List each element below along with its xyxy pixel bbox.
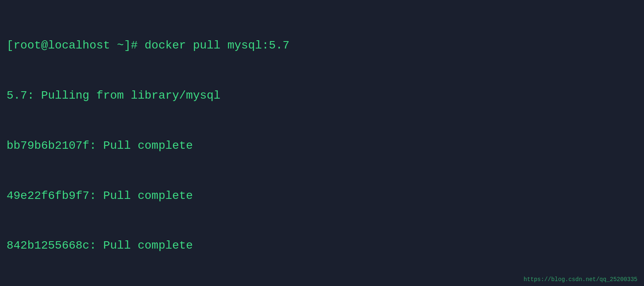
terminal-line-layer3: 842b1255668c: Pull complete <box>7 238 637 254</box>
terminal-line-layer1: bb79b6b2107f: Pull complete <box>7 138 637 155</box>
terminal-window: [root@localhost ~]# docker pull mysql:5.… <box>0 0 644 286</box>
terminal-line-layer2: 49e22f6fb9f7: Pull complete <box>7 188 637 205</box>
watermark: https://blog.csdn.net/qq_25200335 <box>524 276 637 283</box>
terminal-line-cmd-pull: [root@localhost ~]# docker pull mysql:5.… <box>7 37 637 54</box>
terminal-line-pulling: 5.7: Pulling from library/mysql <box>7 88 637 104</box>
